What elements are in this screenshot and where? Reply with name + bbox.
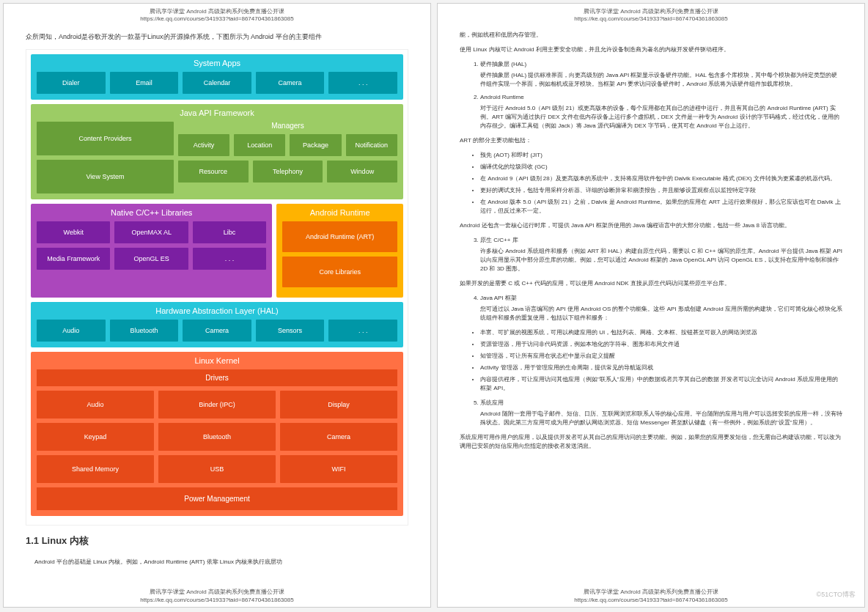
java-framework-title: Java API Framework (37, 108, 397, 117)
jb4: Activity 管理器，用于管理应用的生命周期，提供常见的导航返回栈 (480, 364, 842, 372)
page-header: 腾讯享学课堂 Android 高级架构系列免费直播公开课 https://ke.… (26, 8, 408, 23)
ordered-list-3: Java API 框架 您可通过以 Java 语言编写的 API 使用 Andr… (460, 294, 842, 322)
ordered-list-4: 系统应用 Android 随附一套用于电子邮件、短信、日历、互联网浏览和联系人等… (460, 399, 842, 427)
layer-hal: Hardware Abstraction Layer (HAL) Audio B… (31, 302, 403, 347)
hal-more: . . . (328, 320, 397, 342)
page-header: 腾讯享学课堂 Android 高级架构系列免费直播公开课 https://ke.… (460, 8, 842, 23)
native-title: Native C/C++ Libraries (37, 208, 266, 217)
art-intro: ART 的部分主要功能包括： (460, 136, 842, 145)
li-art: Android Runtime 对于运行 Android 5.0（API 级别 … (480, 93, 842, 130)
app-more: . . . (328, 72, 397, 94)
art-bullets: 预先 (AOT) 和即时 (JIT) 编译优化的垃圾回收 (GC) 在 Andr… (460, 151, 842, 215)
view-system: View System (37, 160, 174, 193)
page-footer: 腾讯享学课堂 Android 高级架构系列免费直播公开课 https://ke.… (438, 589, 864, 604)
li-art-title: Android Runtime (480, 94, 524, 100)
header-line1: 腾讯享学课堂 Android 高级架构系列免费直播公开课 (26, 8, 408, 15)
drv-display: Display (280, 391, 397, 419)
li-hal: 硬件抽象层 (HAL) 硬件抽象层 (HAL) 提供标准界面，向更高级别的 Ja… (480, 60, 842, 89)
page-footer: 腾讯享学课堂 Android 高级架构系列免费直播公开课 https://ke.… (4, 589, 430, 604)
jb3: 知管理器，可让所有应用在状态栏中显示自定义提醒 (480, 352, 842, 361)
li-native-body: 许多核心 Android 系统组件和服务（例如 ART 和 HAL）构建自原生代… (480, 247, 842, 273)
drv-wifi: WIFI (280, 455, 397, 483)
runtime-core: Core Libraries (282, 257, 397, 287)
li-hal-title: 硬件抽象层 (HAL) (480, 61, 526, 67)
layer-java-framework: Java API Framework Content Providers Vie… (31, 104, 403, 199)
li-sysapps-title: 系统应用 (480, 399, 504, 406)
drv-binder: Binder (IPC) (158, 391, 276, 419)
app-camera: Camera (256, 72, 325, 94)
ordered-list-2: 原生 C/C++ 库 许多核心 Android 系统组件和服务（例如 ART 和… (460, 236, 842, 273)
mgr-activity: Activity (178, 134, 229, 156)
footer-line2: https://ke.qq.com/course/341933?taid=867… (4, 597, 430, 604)
li-hal-body: 硬件抽象层 (HAL) 提供标准界面，向更高级别的 Java API 框架显示设… (480, 71, 842, 89)
drv-bluetooth: Bluetooth (158, 423, 276, 451)
jb5: 内容提供程序，可让应用访问其他应用（例如"联系人"应用）中的数据或者共享其自己的… (480, 375, 842, 393)
art-b3: 在 Android 9（API 级别 28）及更高版本的系统中，支持将应用软件包… (480, 174, 842, 183)
ordered-list-1: 硬件抽象层 (HAL) 硬件抽象层 (HAL) 提供标准界面，向更高级别的 Ja… (460, 60, 842, 130)
footer-line1: 腾讯享学课堂 Android 高级架构系列免费直播公开课 (438, 589, 864, 596)
hal-camera: Camera (183, 320, 251, 342)
drv-camera: Camera (280, 423, 397, 451)
runtime-title: Android Runtime (282, 208, 397, 217)
para-linux-security: 使用 Linux 内核可让 Android 利用主要安全功能，并且允许设备制造商… (460, 45, 842, 54)
layer-runtime: Android Runtime Android Runtime (ART) Co… (276, 204, 403, 298)
layer-system-apps: System Apps Dialer Email Calendar Camera… (31, 54, 403, 100)
cont-line: 能，例如线程和低层内存管理。 (460, 31, 842, 40)
drivers-title: Drivers (37, 369, 397, 386)
para-final: 系统应用可用作用户的应用，以及提供开发者可从其自己的应用访问的主要功能。例如，如… (460, 433, 842, 451)
li-native: 原生 C/C++ 库 许多核心 Android 系统组件和服务（例如 ART 和… (480, 236, 842, 273)
java-bullets: 丰富、可扩展的视图系统，可用以构建应用的 UI，包括列表、网格、文本框、按钮甚至… (460, 328, 842, 393)
jb1: 丰富、可扩展的视图系统，可用以构建应用的 UI，包括列表、网格、文本框、按钮甚至… (480, 328, 842, 337)
art-b2: 编译优化的垃圾回收 (GC) (480, 163, 842, 172)
li-javaapi-title: Java API 框架 (480, 295, 517, 301)
lib-opengl: OpenGL ES (114, 248, 188, 270)
layer-native-libs: Native C/C++ Libraries Webkit OpenMAX AL… (31, 204, 272, 298)
mgr-package: Package (290, 134, 341, 156)
content-providers: Content Providers (37, 122, 174, 155)
lib-webkit: Webkit (37, 221, 110, 243)
header-line2: https://ke.qq.com/course/341933?taid=867… (26, 15, 408, 23)
app-calendar: Calendar (183, 72, 251, 94)
app-dialer: Dialer (37, 72, 106, 94)
mgr-location: Location (234, 134, 285, 156)
li-javaapi-body: 您可通过以 Java 语言编写的 API 使用 Android OS 的整个功能… (480, 305, 842, 322)
layer-kernel: Linux Kernel Drivers Audio Binder (IPC) … (31, 352, 403, 516)
drv-usb: USB (158, 455, 276, 483)
li-native-title: 原生 C/C++ 库 (480, 237, 518, 243)
li-sysapps: 系统应用 Android 随附一套用于电子邮件、短信、日历、互联网浏览和联系人等… (480, 399, 842, 427)
lib-media: Media Framework (37, 248, 110, 270)
section-title-linux-kernel: 1.1 Linux 内核 (26, 534, 408, 548)
page-2: 腾讯享学课堂 Android 高级架构系列免费直播公开课 https://ke.… (437, 3, 865, 608)
system-apps-title: System Apps (37, 59, 397, 67)
header-line1: 腾讯享学课堂 Android 高级架构系列免费直播公开课 (460, 8, 842, 15)
footer-line1: 腾讯享学课堂 Android 高级架构系列免费直播公开课 (4, 589, 430, 596)
linux-kernel-body: Android 平台的基础是 Linux 内核。例如，Android Runti… (26, 558, 408, 567)
kernel-title: Linux Kernel (37, 356, 397, 365)
lib-openmax: OpenMAX AL (114, 221, 188, 243)
android-architecture-diagram: System Apps Dialer Email Calendar Camera… (26, 49, 408, 526)
hal-bluetooth: Bluetooth (110, 320, 179, 342)
power-management: Power Management (37, 487, 397, 510)
art-b1: 预先 (AOT) 和即时 (JIT) (480, 151, 842, 160)
runtime-art: Android Runtime (ART) (282, 221, 397, 252)
li-art-body: 对于运行 Android 5.0（API 级别 21）或更高版本的设备，每个应用… (480, 104, 842, 130)
lib-libc: Libc (193, 221, 266, 243)
li-javaapi: Java API 框架 您可通过以 Java 语言编写的 API 使用 Andr… (480, 294, 842, 322)
drv-keypad: Keypad (37, 423, 154, 451)
drv-audio: Audio (37, 391, 154, 419)
lib-more: . . . (193, 248, 266, 270)
footer-line2: https://ke.qq.com/course/341933?taid=867… (438, 597, 864, 604)
mgr-resource: Resource (178, 161, 249, 183)
page-1: 腾讯享学课堂 Android 高级架构系列免费直播公开课 https://ke.… (3, 3, 431, 608)
mgr-telephony: Telephony (253, 161, 323, 183)
art-b5: 在 Android 版本 5.0（API 级别 21）之前，Dalvik 是 A… (480, 198, 842, 215)
watermark: ©51CTO博客 (817, 590, 856, 600)
mgr-window: Window (327, 161, 397, 183)
para-core-libs: Android 还包含一套核心运行时库，可提供 Java API 框架所使用的 … (460, 221, 842, 230)
art-b4: 更好的调试支持，包括专用采样分析器、详细的诊断异常和崩溃报告，并且能够设置观察点… (480, 186, 842, 195)
app-email: Email (110, 72, 179, 94)
header-line2: https://ke.qq.com/course/341933?taid=867… (460, 15, 842, 23)
mgr-notification: Notification (346, 134, 397, 156)
intro-text: 众所周知，Android是谷歌开发的一款基于Linux的开源操作系统，下图所示为… (26, 32, 408, 42)
hal-title: Hardware Abstraction Layer (HAL) (37, 306, 397, 315)
